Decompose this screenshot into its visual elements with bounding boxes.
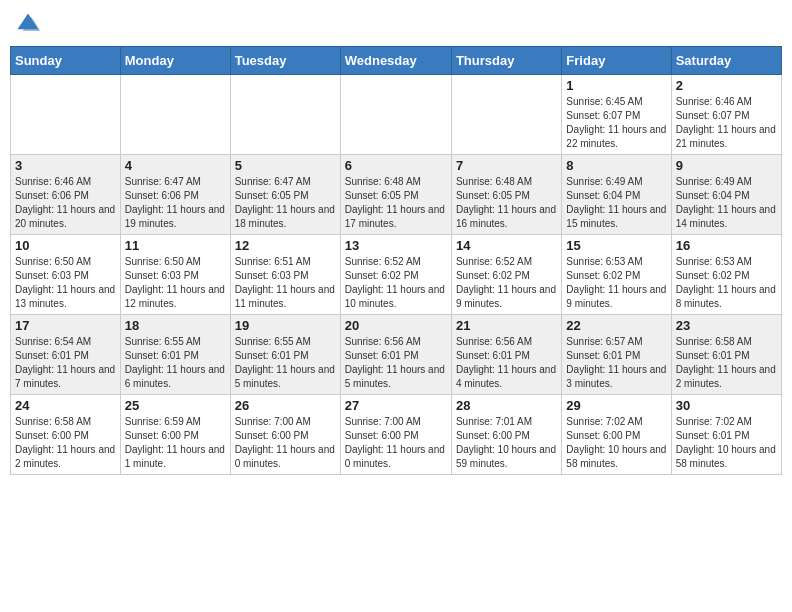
calendar-day-cell: 1Sunrise: 6:45 AMSunset: 6:07 PMDaylight… (562, 75, 671, 155)
day-number: 11 (125, 238, 226, 253)
day-info: Sunrise: 6:59 AMSunset: 6:00 PMDaylight:… (125, 415, 226, 471)
day-number: 16 (676, 238, 777, 253)
sunset-text: Sunset: 6:05 PM (456, 190, 530, 201)
calendar-day-cell: 6Sunrise: 6:48 AMSunset: 6:05 PMDaylight… (340, 155, 451, 235)
sunrise-text: Sunrise: 6:53 AM (676, 256, 752, 267)
calendar: SundayMondayTuesdayWednesdayThursdayFrid… (10, 46, 782, 475)
sunset-text: Sunset: 6:01 PM (15, 350, 89, 361)
day-info: Sunrise: 6:45 AMSunset: 6:07 PMDaylight:… (566, 95, 666, 151)
calendar-week-row: 3Sunrise: 6:46 AMSunset: 6:06 PMDaylight… (11, 155, 782, 235)
daylight-text: Daylight: 11 hours and 7 minutes. (15, 364, 115, 389)
day-info: Sunrise: 6:54 AMSunset: 6:01 PMDaylight:… (15, 335, 116, 391)
day-info: Sunrise: 6:48 AMSunset: 6:05 PMDaylight:… (456, 175, 557, 231)
sunset-text: Sunset: 6:05 PM (345, 190, 419, 201)
sunset-text: Sunset: 6:02 PM (566, 270, 640, 281)
daylight-text: Daylight: 11 hours and 2 minutes. (15, 444, 115, 469)
daylight-text: Daylight: 11 hours and 14 minutes. (676, 204, 776, 229)
sunset-text: Sunset: 6:00 PM (15, 430, 89, 441)
sunset-text: Sunset: 6:01 PM (456, 350, 530, 361)
day-number: 6 (345, 158, 447, 173)
day-number: 13 (345, 238, 447, 253)
day-number: 25 (125, 398, 226, 413)
day-number: 5 (235, 158, 336, 173)
calendar-day-cell: 29Sunrise: 7:02 AMSunset: 6:00 PMDayligh… (562, 395, 671, 475)
sunrise-text: Sunrise: 6:50 AM (125, 256, 201, 267)
sunrise-text: Sunrise: 6:50 AM (15, 256, 91, 267)
sunset-text: Sunset: 6:04 PM (676, 190, 750, 201)
header (10, 10, 782, 38)
sunrise-text: Sunrise: 6:47 AM (235, 176, 311, 187)
daylight-text: Daylight: 11 hours and 5 minutes. (345, 364, 445, 389)
sunrise-text: Sunrise: 7:00 AM (345, 416, 421, 427)
calendar-day-cell: 13Sunrise: 6:52 AMSunset: 6:02 PMDayligh… (340, 235, 451, 315)
sunset-text: Sunset: 6:05 PM (235, 190, 309, 201)
sunset-text: Sunset: 6:01 PM (676, 430, 750, 441)
sunrise-text: Sunrise: 6:53 AM (566, 256, 642, 267)
daylight-text: Daylight: 11 hours and 6 minutes. (125, 364, 225, 389)
daylight-text: Daylight: 10 hours and 58 minutes. (676, 444, 776, 469)
calendar-day-cell: 21Sunrise: 6:56 AMSunset: 6:01 PMDayligh… (451, 315, 561, 395)
calendar-day-cell: 24Sunrise: 6:58 AMSunset: 6:00 PMDayligh… (11, 395, 121, 475)
day-number: 22 (566, 318, 666, 333)
logo (14, 10, 46, 38)
sunset-text: Sunset: 6:07 PM (566, 110, 640, 121)
day-of-week-header: Friday (562, 47, 671, 75)
day-info: Sunrise: 6:55 AMSunset: 6:01 PMDaylight:… (125, 335, 226, 391)
day-info: Sunrise: 6:57 AMSunset: 6:01 PMDaylight:… (566, 335, 666, 391)
daylight-text: Daylight: 11 hours and 17 minutes. (345, 204, 445, 229)
calendar-day-cell: 5Sunrise: 6:47 AMSunset: 6:05 PMDaylight… (230, 155, 340, 235)
day-number: 12 (235, 238, 336, 253)
day-number: 3 (15, 158, 116, 173)
day-of-week-header: Sunday (11, 47, 121, 75)
calendar-day-cell (120, 75, 230, 155)
day-info: Sunrise: 6:51 AMSunset: 6:03 PMDaylight:… (235, 255, 336, 311)
daylight-text: Daylight: 10 hours and 58 minutes. (566, 444, 666, 469)
daylight-text: Daylight: 11 hours and 0 minutes. (345, 444, 445, 469)
calendar-day-cell: 7Sunrise: 6:48 AMSunset: 6:05 PMDaylight… (451, 155, 561, 235)
daylight-text: Daylight: 11 hours and 13 minutes. (15, 284, 115, 309)
sunrise-text: Sunrise: 6:55 AM (125, 336, 201, 347)
day-info: Sunrise: 6:52 AMSunset: 6:02 PMDaylight:… (456, 255, 557, 311)
calendar-day-cell: 4Sunrise: 6:47 AMSunset: 6:06 PMDaylight… (120, 155, 230, 235)
day-number: 30 (676, 398, 777, 413)
day-info: Sunrise: 6:46 AMSunset: 6:06 PMDaylight:… (15, 175, 116, 231)
day-number: 4 (125, 158, 226, 173)
day-number: 2 (676, 78, 777, 93)
calendar-day-cell: 27Sunrise: 7:00 AMSunset: 6:00 PMDayligh… (340, 395, 451, 475)
day-info: Sunrise: 6:48 AMSunset: 6:05 PMDaylight:… (345, 175, 447, 231)
sunrise-text: Sunrise: 7:02 AM (566, 416, 642, 427)
calendar-day-cell: 17Sunrise: 6:54 AMSunset: 6:01 PMDayligh… (11, 315, 121, 395)
day-info: Sunrise: 6:58 AMSunset: 6:01 PMDaylight:… (676, 335, 777, 391)
calendar-day-cell: 30Sunrise: 7:02 AMSunset: 6:01 PMDayligh… (671, 395, 781, 475)
calendar-day-cell (340, 75, 451, 155)
daylight-text: Daylight: 11 hours and 10 minutes. (345, 284, 445, 309)
sunrise-text: Sunrise: 6:58 AM (15, 416, 91, 427)
sunrise-text: Sunrise: 6:52 AM (345, 256, 421, 267)
calendar-day-cell: 20Sunrise: 6:56 AMSunset: 6:01 PMDayligh… (340, 315, 451, 395)
calendar-day-cell: 22Sunrise: 6:57 AMSunset: 6:01 PMDayligh… (562, 315, 671, 395)
day-info: Sunrise: 6:47 AMSunset: 6:06 PMDaylight:… (125, 175, 226, 231)
sunrise-text: Sunrise: 6:54 AM (15, 336, 91, 347)
daylight-text: Daylight: 11 hours and 3 minutes. (566, 364, 666, 389)
day-number: 1 (566, 78, 666, 93)
day-number: 10 (15, 238, 116, 253)
daylight-text: Daylight: 11 hours and 0 minutes. (235, 444, 335, 469)
day-number: 14 (456, 238, 557, 253)
calendar-day-cell: 26Sunrise: 7:00 AMSunset: 6:00 PMDayligh… (230, 395, 340, 475)
sunrise-text: Sunrise: 6:57 AM (566, 336, 642, 347)
sunset-text: Sunset: 6:03 PM (125, 270, 199, 281)
sunrise-text: Sunrise: 6:45 AM (566, 96, 642, 107)
daylight-text: Daylight: 11 hours and 19 minutes. (125, 204, 225, 229)
day-info: Sunrise: 6:52 AMSunset: 6:02 PMDaylight:… (345, 255, 447, 311)
calendar-day-cell: 19Sunrise: 6:55 AMSunset: 6:01 PMDayligh… (230, 315, 340, 395)
daylight-text: Daylight: 11 hours and 11 minutes. (235, 284, 335, 309)
calendar-day-cell: 8Sunrise: 6:49 AMSunset: 6:04 PMDaylight… (562, 155, 671, 235)
daylight-text: Daylight: 11 hours and 18 minutes. (235, 204, 335, 229)
daylight-text: Daylight: 11 hours and 22 minutes. (566, 124, 666, 149)
calendar-day-cell: 23Sunrise: 6:58 AMSunset: 6:01 PMDayligh… (671, 315, 781, 395)
calendar-day-cell (451, 75, 561, 155)
sunset-text: Sunset: 6:04 PM (566, 190, 640, 201)
calendar-day-cell: 9Sunrise: 6:49 AMSunset: 6:04 PMDaylight… (671, 155, 781, 235)
day-of-week-header: Tuesday (230, 47, 340, 75)
sunset-text: Sunset: 6:00 PM (235, 430, 309, 441)
